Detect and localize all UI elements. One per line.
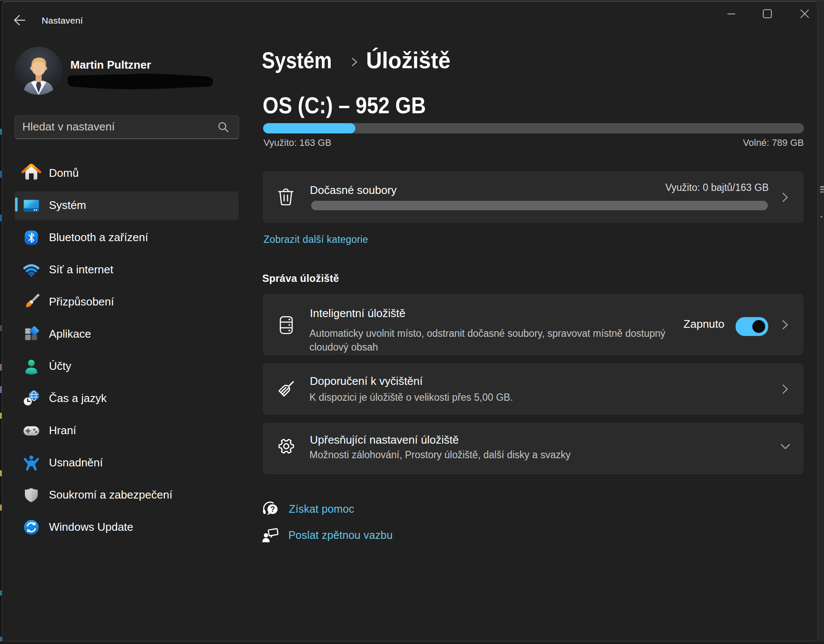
background-dash	[820, 191, 824, 193]
apps-icon	[22, 325, 40, 343]
cleanup-title: Doporučení k vyčištění	[310, 375, 423, 388]
network-icon	[22, 261, 40, 279]
get-help-icon: ?	[261, 499, 280, 518]
search-icon[interactable]	[217, 121, 229, 133]
drive-title: OS (C:) – 952 GB	[263, 92, 426, 118]
sidebar-item-label: Účty	[49, 360, 71, 373]
maximize-button[interactable]	[757, 4, 777, 23]
section-header: Správa úložiště	[262, 272, 339, 284]
temp-files-bar	[311, 201, 768, 210]
breadcrumb-current: Úložiště	[366, 47, 451, 73]
breadcrumb: Systém Úložiště	[262, 47, 536, 78]
temp-files-card[interactable]: Dočasné soubory Využito: 0 bajtů/163 GB	[263, 172, 803, 223]
chevron-down-icon	[780, 443, 791, 450]
advanced-description: Možnosti zálohování, Prostory úložiště, …	[309, 448, 570, 462]
avatar-photo	[15, 47, 63, 95]
sidebar-item-accessibility[interactable]: Usnadnění	[15, 447, 239, 479]
sidebar-item-label: Usnadnění	[49, 456, 103, 469]
get-help-link[interactable]: Získat pomoc	[289, 503, 354, 515]
background-dash	[820, 189, 824, 190]
system-icon	[22, 197, 40, 215]
sidebar-item-gaming[interactable]: Hraní	[15, 415, 239, 447]
drive-usage-fill	[263, 123, 355, 133]
sidebar-item-system[interactable]: Systém	[15, 190, 239, 222]
selected-item-highlight	[15, 191, 239, 220]
sidebar-item-apps[interactable]: Aplikace	[15, 318, 239, 351]
svg-text:?: ?	[270, 505, 275, 514]
sidebar-item-label: Soukromí a zabezpečení	[49, 488, 173, 502]
user-name: Martin Pultzner	[70, 58, 151, 72]
bluetooth-icon	[22, 229, 40, 247]
app-title: Nastavení	[42, 15, 83, 26]
selected-item-accent-bar	[15, 197, 18, 212]
sidebar-item-label: Bluetooth a zařízení	[49, 231, 148, 244]
gear-icon	[278, 438, 295, 455]
personalization-icon	[22, 293, 40, 311]
sidebar-item-label: Síť a internet	[49, 263, 113, 276]
background-dash	[820, 186, 824, 187]
sidebar-item-personalization[interactable]: Přizpůsobení	[15, 286, 239, 318]
accessibility-icon	[22, 454, 40, 472]
accounts-icon	[22, 357, 40, 375]
sidebar-item-label: Aplikace	[49, 327, 91, 341]
drive-used-label: Využito: 163 GB	[264, 137, 331, 148]
drive-free-label: Volné: 789 GB	[694, 137, 804, 148]
sidebar-item-privacy[interactable]: Soukromí a zabezpečení	[15, 479, 239, 511]
breadcrumb-parent[interactable]: Systém	[262, 47, 332, 73]
settings-window: Nastavení	[2, 1, 818, 641]
drive-usage-bar	[263, 123, 804, 133]
sidebar-item-bluetooth[interactable]: Bluetooth a zařízení	[15, 222, 239, 254]
background-dot	[821, 216, 822, 218]
smart-storage-toggle[interactable]	[736, 317, 768, 336]
sidebar-item-home[interactable]: Domů	[15, 157, 239, 190]
show-more-categories-link[interactable]: Zobrazit další kategorie	[264, 234, 368, 245]
chevron-right-icon	[782, 384, 789, 395]
privacy-icon	[22, 486, 40, 504]
sidebar-item-time-language[interactable]: Čas a jazyk	[15, 383, 239, 415]
broom-icon	[276, 380, 295, 399]
sidebar-item-accounts[interactable]: Účty	[15, 351, 239, 383]
gaming-icon	[22, 422, 40, 440]
trash-icon	[277, 188, 294, 206]
smart-storage-title: Inteligentní úložiště	[310, 307, 406, 320]
maximize-icon	[763, 9, 772, 18]
sidebar-item-label: Hraní	[49, 424, 76, 437]
temp-files-value: Využito: 0 bajtů/163 GB	[665, 182, 769, 194]
sidebar-item-network[interactable]: Síť a internet	[15, 254, 239, 286]
temp-files-title: Dočasné soubory	[310, 184, 397, 197]
cleanup-recommendations-card[interactable]: Doporučení k vyčištění K dispozici je úl…	[263, 363, 803, 414]
smart-storage-description: Automaticky uvolnit místo, odstranit doč…	[309, 327, 696, 354]
chevron-right-icon	[782, 319, 789, 330]
time-language-icon	[22, 390, 40, 408]
background-strip-bottom	[0, 641, 824, 644]
feedback-icon	[261, 526, 280, 545]
avatar[interactable]	[15, 47, 63, 95]
sidebar-item-label: Systém	[49, 199, 86, 212]
close-icon	[800, 9, 809, 18]
smart-storage-card[interactable]: Inteligentní úložiště Automaticky uvolni…	[263, 294, 803, 355]
sidebar-item-label: Přizpůsobení	[49, 295, 114, 308]
toggle-state-label: Zapnuto	[684, 317, 724, 331]
redacted-email-scribble	[64, 72, 215, 92]
minimize-button[interactable]	[721, 4, 741, 23]
sidebar-item-label: Windows Update	[49, 520, 133, 534]
sidebar-item-windows-update[interactable]: Windows Update	[15, 511, 239, 544]
sidebar-item-label: Čas a jazyk	[49, 392, 106, 405]
background-right-artifacts	[819, 184, 824, 223]
advanced-storage-card[interactable]: Upřesňující nastavení úložiště Možnosti …	[263, 423, 803, 474]
windows-update-icon	[22, 518, 40, 536]
storage-sense-icon	[279, 316, 293, 335]
back-button[interactable]	[10, 11, 29, 30]
send-feedback-link[interactable]: Poslat zpětnou vazbu	[288, 529, 393, 541]
back-arrow-icon	[10, 11, 29, 30]
close-button[interactable]	[795, 4, 815, 23]
search-placeholder: Hledat v nastavení	[22, 120, 115, 133]
sidebar-item-label: Domů	[49, 166, 79, 180]
chevron-right-icon	[782, 192, 789, 203]
cleanup-description: K dispozici je úložiště o velikosti přes…	[309, 390, 513, 404]
minimize-icon	[727, 9, 736, 18]
home-icon	[21, 162, 41, 182]
breadcrumb-chevron-icon	[350, 55, 359, 69]
desktop: { "window": { "app_title": "Nastavení", …	[0, 0, 824, 644]
advanced-title: Upřesňující nastavení úložiště	[310, 433, 459, 447]
